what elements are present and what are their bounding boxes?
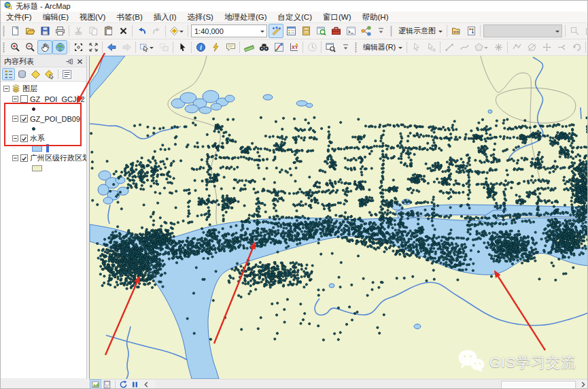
create-viewer-window-tool[interactable] (323, 40, 338, 54)
toc-item-gz-poi-db09[interactable]: GZ_POI_DB09 (1, 114, 86, 124)
layer-symbol-shuixi[interactable] (1, 143, 86, 153)
menu-item-视图V[interactable]: 视图(V) (74, 12, 111, 23)
toolbar-grip[interactable] (3, 42, 5, 53)
scroll-left-button[interactable] (141, 379, 152, 389)
separator (239, 41, 240, 53)
layer-symbol-gz-poi-db09[interactable] (1, 124, 86, 133)
menu-item-文件F[interactable]: 文件(F) (1, 12, 37, 23)
separator (165, 25, 166, 37)
measure-tool[interactable] (241, 40, 256, 54)
delete-button[interactable] (116, 24, 131, 38)
zoom-out-tool[interactable] (22, 40, 37, 54)
toc-item-layers-group[interactable]: 图层 (1, 84, 86, 94)
paste-button[interactable] (101, 24, 116, 38)
schematics-menu[interactable]: 逻辑示意图 (395, 26, 445, 36)
menu-item-书签B[interactable]: 书签(B) (111, 12, 148, 23)
find-tool[interactable] (256, 40, 271, 54)
layer-label: 水系 (30, 133, 45, 143)
back-extent-button[interactable] (104, 40, 119, 54)
hyperlink-tool[interactable] (208, 40, 223, 54)
menu-item-选择S[interactable]: 选择(S) (182, 12, 219, 23)
python-window-button[interactable] (343, 24, 358, 38)
map-view[interactable]: GIS学习交流 (89, 56, 588, 379)
find-route-tool[interactable] (271, 40, 286, 54)
select-elements-tool[interactable] (175, 40, 190, 54)
modelbuilder-button[interactable] (358, 24, 373, 38)
redo-button (149, 24, 164, 38)
list-by-selection-button[interactable] (43, 68, 56, 80)
toolbar-options-overflow[interactable] (338, 40, 353, 54)
pause-drawing-button[interactable] (129, 379, 141, 389)
refresh-view-button[interactable] (118, 379, 129, 389)
toolbar-grip[interactable] (3, 26, 5, 37)
list-by-source-button[interactable] (16, 68, 29, 80)
layer-symbol-gz-poi-gcj02[interactable] (1, 104, 86, 114)
fixed-zoom-in-button[interactable] (71, 40, 86, 54)
toc-options-button[interactable] (60, 68, 73, 80)
catalog-window-button[interactable] (298, 24, 313, 38)
fixed-zoom-out-button[interactable] (86, 40, 101, 54)
new-map-button[interactable] (7, 24, 22, 38)
layer-checkbox-guangzhou-districts[interactable] (20, 154, 28, 162)
title-bar: 无标题 - ArcMap (1, 1, 588, 12)
toc-item-gz-poi-gcj02[interactable]: GZ_POI_GCJ02 (1, 94, 86, 104)
toc-item-guangzhou-districts[interactable]: 广州区级行政区划 (1, 153, 86, 163)
menu-item-插入I[interactable]: 插入(I) (148, 12, 182, 23)
menu-item-帮助H[interactable]: 帮助(H) (357, 12, 394, 23)
horizontal-scrollbar[interactable] (155, 380, 577, 389)
table-of-contents-button[interactable] (283, 24, 298, 38)
toc-toolbar (1, 67, 86, 82)
zoom-in-tool[interactable] (7, 40, 22, 54)
layer-symbol-guangzhou-districts[interactable] (1, 163, 86, 173)
pin-icon[interactable] (65, 56, 75, 67)
list-by-drawing-order-button[interactable] (2, 68, 15, 80)
copy-button (86, 24, 101, 38)
toolbar-grip[interactable] (355, 42, 357, 53)
menu-item-自定义C[interactable]: 自定义(C) (273, 12, 317, 23)
toolbar-grip[interactable] (390, 26, 392, 37)
print-button[interactable] (52, 24, 67, 38)
scroll-right-button[interactable] (577, 379, 588, 389)
list-by-visibility-button[interactable] (29, 68, 42, 80)
open-schematic-button[interactable] (449, 24, 464, 38)
collapse-icon[interactable] (12, 155, 18, 161)
data-view-button[interactable] (90, 379, 101, 389)
menu-item-地理处理G[interactable]: 地理处理(G) (219, 12, 273, 23)
new-schematic-button[interactable] (464, 24, 479, 38)
menu-item-窗口W[interactable]: 窗口(W) (317, 12, 357, 23)
scale-combo[interactable]: 1:40,000 (191, 24, 267, 37)
schematic-combo[interactable] (483, 24, 562, 37)
close-icon[interactable] (75, 56, 85, 67)
collapse-icon[interactable] (12, 116, 18, 122)
layer-checkbox-gz-poi-db09[interactable] (20, 115, 28, 122)
save-button[interactable] (37, 24, 52, 38)
add-data-button[interactable] (167, 24, 186, 38)
tools-toolbar: iXY (1, 39, 353, 56)
full-extent-button[interactable] (52, 40, 67, 54)
toc-item-shuixi[interactable]: 水系 (1, 133, 86, 143)
select-features-tool[interactable] (137, 40, 156, 54)
html-popup-tool[interactable] (223, 40, 238, 54)
window-title: 无标题 - ArcMap (16, 1, 71, 12)
menu-item-编辑E[interactable]: 编辑(E) (37, 12, 74, 23)
update-diagram-button (567, 24, 582, 38)
editor-toolbar-toggle[interactable] (269, 24, 283, 38)
arcmap-app-icon (3, 1, 13, 12)
toolbar-options-overflow[interactable] (373, 24, 388, 38)
scrollbar-thumb[interactable] (501, 381, 576, 389)
layer-checkbox-gz-poi-gcj02[interactable] (20, 95, 28, 103)
undo-button[interactable] (134, 24, 149, 38)
layout-view-button[interactable] (101, 379, 113, 389)
pan-tool[interactable] (37, 40, 52, 54)
layer-checkbox-shuixi[interactable] (20, 135, 28, 142)
go-to-xy-tool[interactable]: XY (286, 40, 301, 54)
arctoolbox-button[interactable] (328, 24, 343, 38)
editor-menu[interactable]: 编辑器(R) (360, 42, 405, 52)
open-button[interactable] (22, 24, 37, 38)
collapse-icon[interactable] (12, 135, 18, 141)
search-window-button[interactable] (313, 24, 328, 38)
collapse-icon[interactable] (3, 86, 10, 92)
collapse-icon[interactable] (12, 96, 18, 102)
map-canvas[interactable] (90, 56, 588, 379)
identify-tool[interactable]: i (193, 40, 208, 54)
